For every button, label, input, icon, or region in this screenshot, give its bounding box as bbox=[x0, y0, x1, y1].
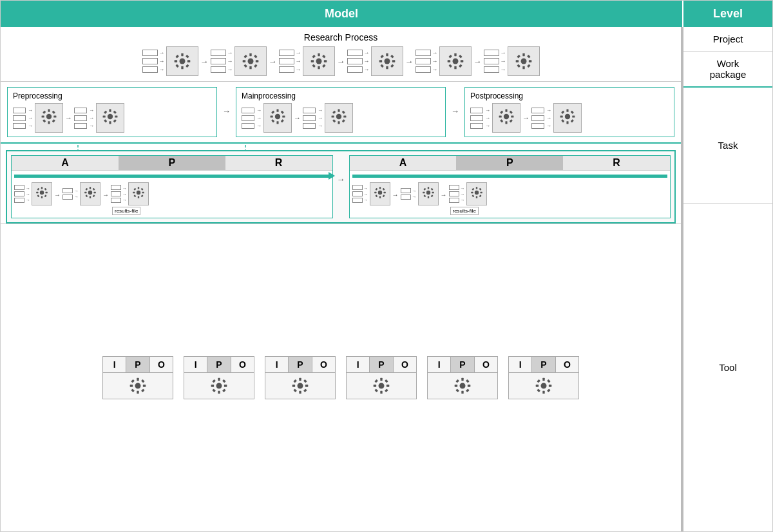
svg-rect-65 bbox=[109, 121, 111, 124]
svg-rect-177 bbox=[224, 385, 227, 386]
svg-rect-94 bbox=[511, 115, 513, 117]
project-section: Research Process → → → bbox=[1, 27, 681, 82]
svg-rect-151 bbox=[423, 188, 426, 191]
svg-rect-172 bbox=[141, 379, 145, 383]
svg-rect-187 bbox=[293, 379, 297, 383]
gear-icon bbox=[559, 108, 576, 125]
svg-rect-68 bbox=[104, 111, 107, 114]
svg-rect-123 bbox=[94, 192, 96, 193]
svg-rect-195 bbox=[386, 385, 389, 386]
svg-point-54 bbox=[46, 114, 52, 119]
gear-icon bbox=[453, 377, 472, 395]
svg-rect-131 bbox=[133, 192, 135, 193]
svg-rect-210 bbox=[542, 378, 544, 381]
gear-icon bbox=[515, 52, 533, 70]
svg-rect-150 bbox=[432, 192, 434, 193]
svg-rect-88 bbox=[332, 119, 336, 122]
svg-rect-181 bbox=[222, 379, 226, 383]
svg-rect-89 bbox=[342, 111, 345, 114]
svg-rect-198 bbox=[374, 389, 378, 393]
svg-rect-148 bbox=[427, 196, 428, 198]
svg-rect-169 bbox=[131, 379, 135, 383]
results-file-label-2: results-file bbox=[450, 207, 479, 215]
svg-rect-196 bbox=[374, 379, 378, 383]
gear-icon bbox=[41, 108, 57, 125]
svg-rect-207 bbox=[455, 389, 459, 393]
svg-rect-29 bbox=[386, 66, 388, 69]
mainprocessing-label: Mainprocessing bbox=[242, 91, 440, 100]
svg-rect-24 bbox=[322, 64, 326, 68]
svg-rect-11 bbox=[249, 66, 251, 69]
apr-a1: A bbox=[12, 156, 119, 170]
svg-rect-5 bbox=[175, 55, 179, 59]
svg-rect-50 bbox=[517, 55, 520, 59]
svg-rect-163 bbox=[479, 188, 481, 191]
svg-rect-47 bbox=[522, 66, 524, 69]
gear-icon bbox=[35, 186, 48, 199]
svg-point-45 bbox=[520, 59, 526, 64]
svg-rect-133 bbox=[133, 188, 136, 191]
gear-icon bbox=[102, 108, 119, 125]
svg-rect-167 bbox=[130, 385, 133, 386]
svg-rect-118 bbox=[44, 188, 47, 191]
gear-icon bbox=[210, 377, 228, 395]
svg-rect-149 bbox=[423, 192, 425, 193]
preprocessing-label: Preprocessing bbox=[13, 91, 211, 100]
svg-point-99 bbox=[565, 114, 570, 119]
ipo-box-2: I P O bbox=[184, 356, 254, 399]
svg-rect-174 bbox=[218, 378, 220, 381]
gear-icon bbox=[446, 52, 464, 70]
svg-point-110 bbox=[40, 191, 44, 195]
svg-rect-188 bbox=[303, 389, 307, 393]
svg-rect-206 bbox=[466, 389, 470, 393]
svg-rect-135 bbox=[133, 195, 136, 197]
svg-rect-10 bbox=[249, 53, 251, 56]
svg-point-200 bbox=[460, 383, 466, 389]
svg-rect-75 bbox=[271, 115, 273, 117]
svg-rect-62 bbox=[52, 111, 55, 114]
gear-icon bbox=[84, 186, 97, 199]
gear-icon bbox=[330, 108, 347, 125]
svg-rect-19 bbox=[318, 53, 320, 56]
svg-rect-175 bbox=[218, 391, 220, 394]
svg-rect-186 bbox=[305, 385, 308, 386]
svg-point-27 bbox=[384, 59, 390, 64]
ipo-box-1: I P O bbox=[102, 356, 173, 399]
svg-rect-145 bbox=[382, 188, 385, 191]
svg-rect-143 bbox=[382, 195, 385, 197]
svg-rect-17 bbox=[254, 55, 258, 59]
svg-rect-202 bbox=[461, 391, 463, 394]
svg-rect-21 bbox=[310, 60, 313, 62]
svg-rect-104 bbox=[561, 111, 564, 114]
svg-rect-201 bbox=[461, 378, 463, 381]
ipo-box-4: I P O bbox=[346, 356, 417, 399]
svg-rect-96 bbox=[510, 119, 513, 122]
svg-rect-189 bbox=[293, 389, 297, 393]
svg-point-81 bbox=[336, 114, 341, 119]
svg-rect-159 bbox=[480, 192, 482, 193]
task-section: A P R bbox=[6, 150, 676, 223]
gear-icon bbox=[470, 186, 483, 199]
svg-rect-113 bbox=[36, 192, 38, 193]
svg-rect-7 bbox=[175, 64, 179, 68]
header-level: Level bbox=[682, 1, 772, 27]
ipo-box-3: I P O bbox=[265, 356, 336, 399]
svg-rect-98 bbox=[510, 111, 513, 114]
svg-rect-41 bbox=[448, 55, 452, 59]
gear-icon bbox=[310, 52, 328, 70]
work-package-section: Preprocessing → → → bbox=[1, 82, 681, 144]
svg-rect-193 bbox=[380, 391, 382, 394]
svg-rect-152 bbox=[430, 195, 433, 197]
svg-rect-125 bbox=[93, 195, 95, 197]
svg-point-0 bbox=[179, 59, 185, 64]
svg-rect-144 bbox=[375, 195, 377, 197]
svg-rect-79 bbox=[271, 119, 274, 122]
svg-rect-37 bbox=[454, 53, 456, 56]
svg-rect-140 bbox=[374, 192, 376, 193]
svg-rect-71 bbox=[113, 111, 117, 114]
svg-rect-14 bbox=[243, 55, 247, 59]
svg-rect-212 bbox=[536, 385, 539, 386]
svg-rect-100 bbox=[566, 109, 568, 112]
svg-rect-28 bbox=[386, 53, 388, 56]
svg-rect-142 bbox=[375, 188, 377, 191]
